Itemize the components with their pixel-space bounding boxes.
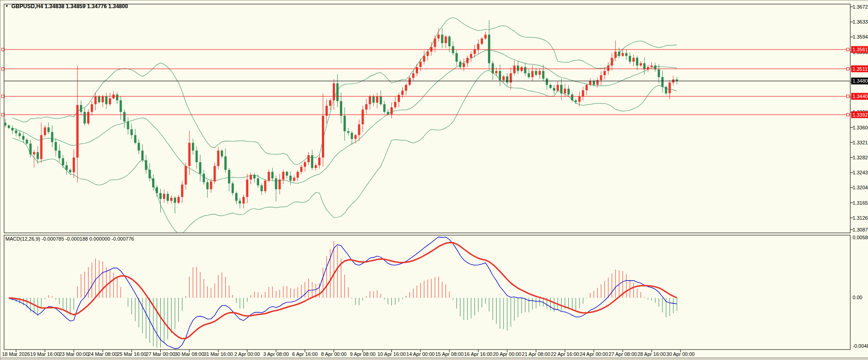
macd-axis-min: -0.00489 xyxy=(853,343,868,349)
axis-box-label: 1.35115 xyxy=(853,66,868,72)
time-tick-label: 10 Apr 16:00 xyxy=(377,351,405,357)
time-tick-label: 24 Apr 00:00 xyxy=(580,351,608,357)
time-tick-label: 27 Mar 00:00 xyxy=(146,351,175,357)
time-tick-label: 6 Apr 16:00 xyxy=(292,351,318,357)
price-tick-label: 1.32040 xyxy=(853,185,868,190)
price-tick-label: 1.35940 xyxy=(853,34,868,39)
time-tick-label: 23 Mar 00:00 xyxy=(59,351,89,357)
time-tick-label: 14 Apr 00:00 xyxy=(406,351,434,357)
axis-box-label: 1.34403 xyxy=(853,94,868,99)
price-tick-label: 1.32430 xyxy=(853,170,868,175)
bottom-strip xyxy=(0,358,868,360)
line-marker[interactable] xyxy=(847,68,849,70)
time-tick-label: 25 Mar 16:00 xyxy=(117,351,146,357)
time-tick-label: 2 Apr 00:00 xyxy=(234,351,260,357)
time-tick-label: 19 Mar 16:00 xyxy=(30,351,60,357)
time-tick-label: 24 Mar 08:00 xyxy=(88,351,118,357)
line-marker[interactable] xyxy=(847,48,849,51)
price-tick-label: 1.36720 xyxy=(853,4,868,10)
time-tick-label: 16 Apr 16:00 xyxy=(464,351,492,357)
price-tick-label: 1.36330 xyxy=(853,19,868,25)
line-marker[interactable] xyxy=(847,95,849,98)
time-tick-label: 21 Apr 08:00 xyxy=(522,351,550,357)
axis-box-label: 1.35614 xyxy=(853,47,868,52)
time-tick-label: 31 Mar 16:00 xyxy=(203,351,233,357)
time-tick-label: 9 Apr 08:00 xyxy=(350,351,375,357)
time-tick-label: 8 Apr 00:00 xyxy=(321,351,346,357)
macd-axis-zero: 0.00 xyxy=(853,295,862,300)
macd-indicator-label: MACD(12,26,9) -0.000785 -0.000188 0.0000… xyxy=(5,236,134,242)
line-marker[interactable] xyxy=(847,113,849,116)
time-tick-label: 28 Apr 16:00 xyxy=(637,351,666,357)
time-tick-label: 30 Apr 00:00 xyxy=(666,351,695,357)
symbol-ohlc-title: GBPUSD,H4 1.34838 1.34859 1.34776 1.3480… xyxy=(11,3,128,10)
price-tick-label: 1.33210 xyxy=(853,140,868,145)
axis-box-label: 1.33928 xyxy=(853,112,868,118)
time-tick-label: 15 Apr 08:00 xyxy=(435,351,464,357)
time-tick-label: 30 Mar 08:00 xyxy=(175,351,204,357)
axis-box-label: 1.34800 xyxy=(853,78,868,84)
symbol-dropdown-icon[interactable]: ▼ xyxy=(5,4,9,8)
price-tick-label: 1.33600 xyxy=(853,125,868,130)
macd-axis-max: 0.005873 xyxy=(853,235,868,240)
chart-canvas[interactable]: 1.367201.363301.359401.355501.351601.347… xyxy=(0,0,868,360)
price-tick-label: 1.31650 xyxy=(853,200,868,206)
price-tick-label: 1.32820 xyxy=(853,155,868,160)
chart-window: 1.367201.363301.359401.355501.351601.347… xyxy=(0,0,868,360)
price-tick-label: 1.31260 xyxy=(853,215,868,221)
price-tick-label: 1.30870 xyxy=(853,227,868,232)
time-tick-label: 27 Apr 08:00 xyxy=(609,351,637,357)
time-tick-label: 3 Apr 08:00 xyxy=(263,351,289,357)
time-tick-label: 18 Mar 2026 xyxy=(2,351,30,357)
time-tick-label: 22 Apr 16:00 xyxy=(551,351,579,357)
time-tick-label: 20 Apr 00:00 xyxy=(493,351,521,357)
